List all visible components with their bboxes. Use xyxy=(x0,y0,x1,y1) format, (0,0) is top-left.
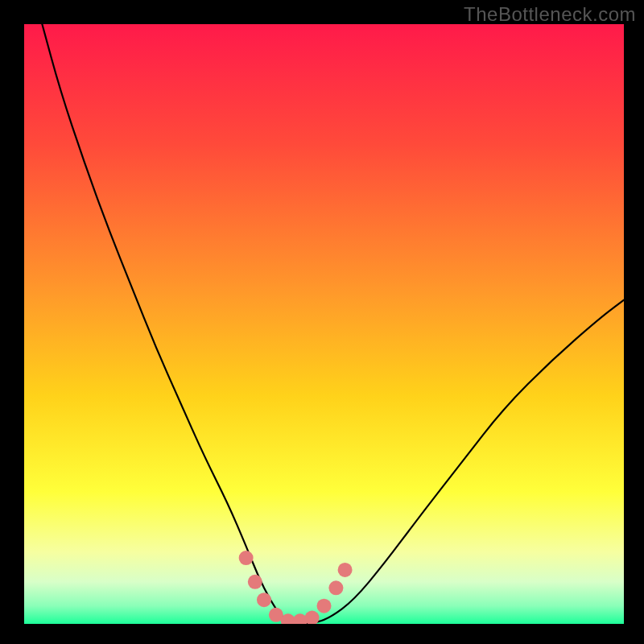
gradient-background xyxy=(24,24,624,624)
chart-frame: TheBottleneck.com xyxy=(0,0,644,644)
chart-svg xyxy=(24,24,624,624)
watermark-text: TheBottleneck.com xyxy=(464,3,636,26)
plot-area xyxy=(24,24,624,624)
highlight-dot xyxy=(317,599,332,613)
highlight-dot xyxy=(248,575,262,589)
highlight-dot xyxy=(239,551,254,565)
highlight-dot xyxy=(338,563,353,577)
highlight-dot xyxy=(328,580,343,595)
highlight-dot xyxy=(257,592,271,607)
